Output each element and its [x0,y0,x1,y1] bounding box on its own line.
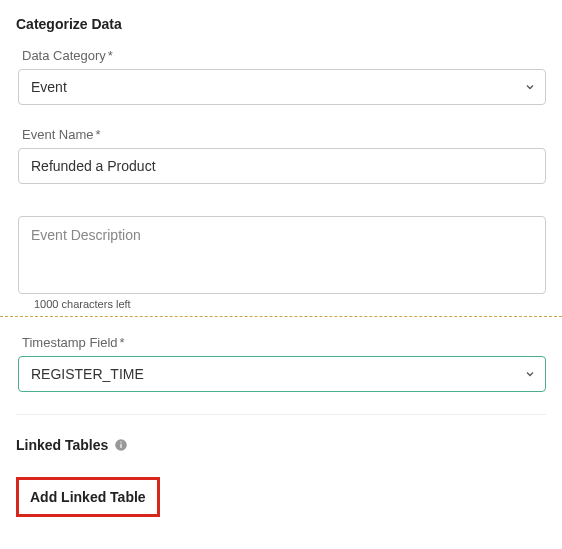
event-name-group: Event Name* [16,127,546,184]
timestamp-field-select[interactable]: REGISTER_TIME [18,356,546,392]
event-name-label-text: Event Name [22,127,94,142]
data-category-select[interactable]: Event [18,69,546,105]
add-linked-table-button[interactable]: Add Linked Table [16,477,160,517]
dashed-divider [0,316,562,317]
data-category-label: Data Category* [18,48,546,63]
event-description-placeholder: Event Description [31,227,141,243]
event-description-textarea[interactable]: Event Description [18,216,546,294]
event-description-group: Event Description 1000 characters left [16,216,546,310]
add-linked-table-label: Add Linked Table [30,489,146,505]
timestamp-field-label: Timestamp Field* [18,335,546,350]
required-asterisk: * [96,127,101,142]
characters-left: 1000 characters left [18,298,546,310]
svg-rect-2 [121,442,122,443]
section-title: Categorize Data [16,16,546,32]
timestamp-field-label-text: Timestamp Field [22,335,118,350]
linked-tables-header: Linked Tables [16,437,546,453]
timestamp-field-group: Timestamp Field* REGISTER_TIME [16,335,546,392]
data-category-group: Data Category* Event [16,48,546,105]
linked-tables-title: Linked Tables [16,437,108,453]
event-name-label: Event Name* [18,127,546,142]
required-asterisk: * [120,335,125,350]
data-category-value: Event [31,70,67,104]
event-name-input[interactable] [18,148,546,184]
svg-rect-1 [121,444,122,448]
data-category-label-text: Data Category [22,48,106,63]
thin-divider [16,414,546,415]
info-icon [114,438,128,452]
required-asterisk: * [108,48,113,63]
timestamp-field-value: REGISTER_TIME [31,357,144,391]
